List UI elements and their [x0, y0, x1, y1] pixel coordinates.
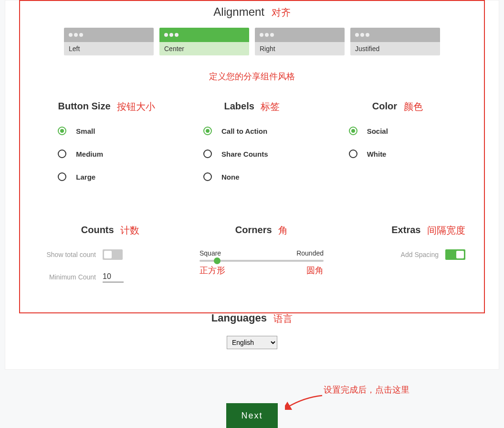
alignment-option-justified[interactable]: Justified — [350, 28, 440, 55]
color-title-text: Color — [372, 101, 397, 111]
languages-section: Languages 语言 English — [5, 312, 499, 349]
alignment-thumb-justified — [350, 28, 440, 42]
alignment-option-right[interactable]: Right — [255, 28, 345, 55]
radio-label: Small — [76, 127, 95, 135]
bottom-note: 设置完成后，点击这里 — [324, 384, 410, 396]
bottom-area: 设置完成后，点击这里 Next — [0, 384, 504, 428]
button-size-anno: 按钮大小 — [117, 101, 155, 112]
color-title: Color 颜色 — [326, 100, 469, 113]
button-size-title-text: Button Size — [58, 101, 111, 111]
radio-share-counts[interactable]: Share Counts — [203, 150, 324, 158]
counts-anno: 计数 — [120, 225, 139, 235]
radio-icon — [349, 127, 357, 135]
languages-title-text: Languages — [211, 312, 267, 324]
slider-left-label: Square — [200, 249, 221, 257]
labels-title: Labels 标签 — [180, 100, 324, 113]
radio-label: White — [367, 150, 387, 158]
radio-label: Large — [76, 173, 95, 181]
add-spacing-label: Add Spacing — [401, 251, 439, 258]
alignment-options: Left Center Right Justified — [5, 28, 499, 55]
alignment-thumb-left — [64, 28, 154, 42]
extras-column: Extras 间隔宽度 Add Spacing — [341, 224, 465, 260]
corners-slider-wrap: Square Rounded 正方形 圆角 — [200, 249, 324, 278]
labels-title-text: Labels — [224, 101, 254, 111]
radio-large[interactable]: Large — [58, 172, 178, 181]
arrow-icon — [285, 395, 323, 410]
radio-white[interactable]: White — [349, 150, 469, 158]
show-total-count-label: Show total count — [39, 251, 96, 258]
radio-icon — [58, 150, 66, 158]
alignment-label: Justified — [350, 42, 440, 55]
counts-title: Counts 计数 — [39, 224, 182, 237]
corners-slider-handle[interactable] — [214, 257, 220, 264]
alignment-label: Right — [255, 42, 345, 55]
add-spacing-row: Add Spacing — [341, 249, 465, 260]
alignment-label: Left — [64, 42, 154, 55]
extras-title-text: Extras — [391, 225, 420, 235]
radio-label: None — [221, 173, 240, 181]
slider-right-anno: 圆角 — [306, 265, 324, 276]
corners-title-text: Corners — [235, 225, 272, 235]
minimum-count-row: Minimum Count — [39, 271, 182, 282]
color-column: Color 颜色 Social White — [326, 100, 469, 195]
button-size-title: Button Size 按钮大小 — [35, 100, 178, 113]
radio-icon — [349, 150, 357, 158]
radio-label: Medium — [76, 150, 103, 158]
radio-icon — [58, 172, 66, 181]
alignment-anno: 对齐 — [272, 7, 291, 18]
row-3: Counts 计数 Show total count Minimum Count… — [5, 195, 499, 299]
alignment-thumb-center — [159, 28, 249, 42]
show-total-count-row: Show total count — [39, 249, 182, 260]
radio-icon — [203, 150, 212, 158]
corners-title: Corners 角 — [200, 224, 324, 237]
slider-left-anno: 正方形 — [200, 265, 225, 276]
corners-slider-track[interactable] — [200, 260, 324, 262]
radio-label: Share Counts — [221, 150, 268, 158]
alignment-label: Center — [159, 42, 249, 55]
radio-label: Social — [367, 127, 388, 135]
counts-column: Counts 计数 Show total count Minimum Count — [39, 224, 182, 294]
style-options: Button Size 按钮大小 Small Medium Large — [5, 100, 499, 195]
labels-column: Labels 标签 Call to Action Share Counts No… — [180, 100, 324, 195]
radio-icon — [58, 127, 66, 135]
radio-icon — [203, 127, 212, 135]
alignment-title: Alignment 对齐 — [5, 5, 499, 19]
labels-radios: Call to Action Share Counts None — [180, 127, 324, 181]
button-size-column: Button Size 按钮大小 Small Medium Large — [35, 100, 178, 195]
labels-anno: 标签 — [261, 101, 280, 112]
radio-cta[interactable]: Call to Action — [203, 127, 324, 135]
alignment-option-center[interactable]: Center — [159, 28, 249, 55]
minimum-count-label: Minimum Count — [39, 273, 96, 281]
languages-select[interactable]: English — [227, 336, 277, 349]
radio-medium[interactable]: Medium — [58, 150, 178, 158]
counts-title-text: Counts — [81, 225, 114, 235]
radio-icon — [203, 172, 212, 181]
panel: Alignment 对齐 Left Center Right Justified… — [5, 0, 499, 370]
languages-anno: 语言 — [273, 313, 293, 324]
corners-column: Corners 角 Square Rounded 正方形 圆角 — [200, 224, 324, 278]
radio-none[interactable]: None — [203, 172, 324, 181]
next-button[interactable]: Next — [226, 403, 278, 428]
radio-social[interactable]: Social — [349, 127, 469, 135]
radio-small[interactable]: Small — [58, 127, 178, 135]
extras-anno: 间隔宽度 — [427, 225, 465, 235]
style-caption: 定义您的分享组件风格 — [5, 71, 499, 82]
extras-title: Extras 间隔宽度 — [341, 224, 465, 237]
alignment-option-left[interactable]: Left — [64, 28, 154, 55]
color-anno: 颜色 — [404, 101, 423, 112]
color-radios: Social White — [326, 127, 469, 158]
add-spacing-toggle[interactable] — [445, 249, 465, 260]
slider-end-labels: Square Rounded — [200, 249, 324, 257]
button-size-radios: Small Medium Large — [35, 127, 178, 181]
corners-anno: 角 — [278, 225, 288, 235]
minimum-count-input[interactable] — [103, 271, 124, 282]
slider-right-label: Rounded — [296, 249, 324, 257]
alignment-title-text: Alignment — [213, 5, 264, 18]
languages-title: Languages 语言 — [5, 312, 499, 325]
show-total-count-toggle[interactable] — [103, 249, 123, 260]
slider-end-anno: 正方形 圆角 — [200, 265, 324, 276]
alignment-thumb-right — [255, 28, 345, 42]
radio-label: Call to Action — [221, 127, 267, 135]
